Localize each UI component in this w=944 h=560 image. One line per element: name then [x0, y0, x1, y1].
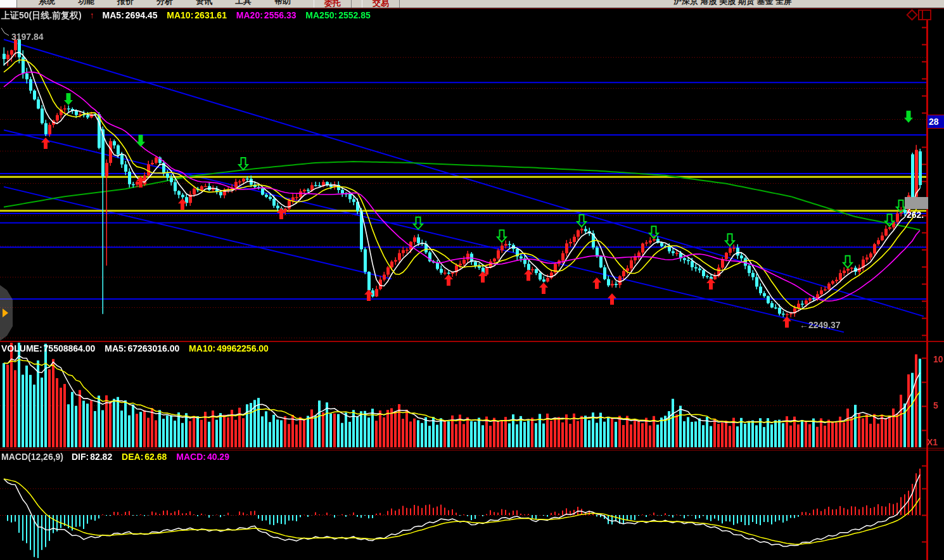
menu-item-4[interactable]: 资讯: [196, 0, 212, 7]
macd-readout: MACD:40.29: [176, 452, 231, 462]
ma20-readout: MA20:2556.33: [236, 10, 298, 20]
menu-item-3[interactable]: 分析: [156, 0, 173, 7]
volume-axis-tick-top: 10: [933, 354, 943, 364]
trading-terminal: { "toolbar": { "items": ["系统","功能","报价",…: [0, 0, 944, 560]
expand-arrow-icon: [3, 309, 8, 317]
menu-item-2[interactable]: 报价: [117, 0, 134, 7]
chart-canvas[interactable]: [0, 0, 944, 560]
main-chart-header: 上证50(日线.前复权) ↑ MA5:2694.45 MA10:2631.61 …: [1, 10, 378, 22]
axis-price-badge: 28: [928, 115, 944, 129]
ma250-readout: MA250:2552.85: [305, 10, 371, 20]
macd-header: MACD(12,26,9) DIF:82.82 DEA:62.68 MACD:4…: [1, 452, 236, 462]
menu-item-0[interactable]: 系统: [39, 0, 55, 7]
current-price-box: [905, 197, 928, 209]
peak-price-label: 3197.84: [11, 32, 44, 42]
dea-readout: DEA:62.68: [122, 452, 168, 462]
menu-item-5[interactable]: 工具: [235, 0, 252, 7]
dif-readout: DIF:82.82: [72, 452, 113, 462]
ma5-readout: MA5:2694.45: [103, 10, 159, 20]
top-menu-bar: 系统 功能 报价 分析 资讯 工具 帮助 委托 交易 沪深京 港股 美股 期货 …: [0, 0, 944, 8]
volume-axis-multiplier: X1: [927, 437, 938, 447]
last-price-tag: 262.: [907, 210, 924, 220]
window-layout-icon[interactable]: [918, 10, 931, 20]
app-icon[interactable]: [0, 0, 17, 8]
signal-up-arrow-icon: ↑: [90, 10, 94, 20]
low-price-label: ←2249.37: [800, 320, 841, 330]
toolbar-right-links[interactable]: 沪深京 港股 美股 期货 基金 全屏: [673, 0, 792, 7]
ma10-readout: MA10:2631.61: [167, 10, 228, 20]
symbol-title: 上证50(日线.前复权): [1, 10, 82, 20]
order-button[interactable]: 委托: [314, 0, 352, 8]
menu-item-1[interactable]: 功能: [78, 0, 94, 7]
volume-header: VOLUME:75508864.00 MA5:67263016.00 MA10:…: [1, 343, 276, 353]
volume-ma5-readout: MA5:67263016.00: [105, 343, 181, 353]
volume-axis-tick-mid: 5: [933, 400, 938, 410]
menu-item-6[interactable]: 帮助: [274, 0, 291, 7]
macd-title: MACD(12,26,9): [1, 452, 63, 462]
trade-button[interactable]: 交易: [362, 0, 400, 8]
volume-readout: VOLUME:75508864.00: [1, 343, 96, 353]
volume-ma10-readout: MA10:49962256.00: [189, 343, 270, 353]
